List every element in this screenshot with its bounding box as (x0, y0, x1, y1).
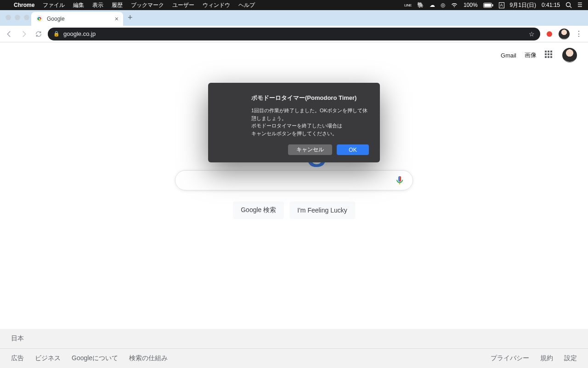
svg-point-3 (566, 3, 571, 7)
menu-edit[interactable]: 編集 (73, 1, 84, 9)
page-content: Gmail 画像 Google Google 検索 I'm Feeling Lu… (0, 42, 588, 368)
window-traffic-lights[interactable] (6, 15, 29, 20)
window-close-icon[interactable] (6, 15, 11, 20)
footer-country: 日本 (0, 329, 588, 349)
google-account-avatar[interactable] (562, 48, 577, 63)
cloud-icon[interactable]: ☁ (430, 2, 435, 8)
google-header: Gmail 画像 (501, 48, 577, 63)
tab-title: Google (47, 16, 65, 22)
menu-bookmarks[interactable]: ブックマーク (131, 1, 164, 9)
url-text: google.co.jp (63, 30, 525, 37)
chrome-toolbar: 🔒 google.co.jp ☆ ⋮ (0, 26, 588, 42)
dialog-ok-button[interactable]: OK (337, 144, 369, 155)
evernote-icon[interactable]: 🐘 (417, 2, 424, 8)
google-apps-icon[interactable] (545, 51, 554, 60)
menu-file[interactable]: ファイル (43, 1, 65, 9)
svg-rect-8 (399, 183, 400, 184)
back-button[interactable] (4, 29, 15, 40)
dialog-line3: キャンセルボタンを押してください。 (251, 130, 369, 138)
footer-link-about[interactable]: Googleについて (72, 354, 118, 362)
google-search-button[interactable]: Google 検索 (233, 201, 284, 219)
dialog-body: 1回目の作業が終了しました。OKボタンを押して休憩しましょう。 ポモドーロタイマ… (219, 107, 369, 137)
svg-line-4 (570, 6, 572, 8)
macos-menubar: Chrome ファイル 編集 表示 履歴 ブックマーク ユーザー ウィンドウ ヘ… (0, 0, 588, 10)
battery-icon (483, 3, 493, 8)
wifi-icon[interactable] (451, 2, 458, 8)
images-link[interactable]: 画像 (525, 51, 537, 59)
menu-user[interactable]: ユーザー (172, 1, 194, 9)
chrome-menu-button[interactable]: ⋮ (573, 29, 584, 38)
menubar-date[interactable]: 9月1日(日) (510, 1, 536, 9)
reload-button[interactable] (33, 29, 44, 40)
svg-rect-2 (492, 4, 493, 6)
dialog-cancel-button[interactable]: キャンセル (288, 144, 332, 155)
tab-favicon-icon (36, 15, 43, 23)
app-name[interactable]: Chrome (14, 2, 34, 8)
svg-point-7 (39, 18, 40, 20)
dialog-title: ポモドーロタイマー(Pomodoro Timer) (219, 94, 369, 102)
menu-view[interactable]: 表示 (92, 1, 103, 9)
svg-rect-1 (484, 4, 491, 7)
menubar-time[interactable]: 0:41:15 (542, 2, 560, 8)
window-minimize-icon[interactable] (15, 15, 20, 20)
line-status-icon[interactable]: LINE (404, 3, 412, 7)
window-zoom-icon[interactable] (24, 15, 29, 20)
control-center-icon[interactable]: ☰ (577, 2, 582, 8)
pomodoro-dialog: ポモドーロタイマー(Pomodoro Timer) 1回目の作業が終了しました。… (208, 83, 380, 162)
feeling-lucky-button[interactable]: I'm Feeling Lucky (289, 201, 355, 219)
chrome-tab-strip: Google × + (0, 10, 588, 26)
footer-link-how-search-works[interactable]: 検索の仕組み (129, 354, 168, 362)
forward-button[interactable] (18, 29, 29, 40)
new-tab-button[interactable]: + (128, 13, 133, 23)
footer-link-settings[interactable]: 設定 (564, 354, 577, 362)
profile-avatar-button[interactable] (559, 29, 570, 40)
battery-percentage: 100% (464, 2, 478, 8)
dialog-line1: 1回目の作業が終了しました。OKボタンを押して休憩しましょう。 (251, 107, 369, 122)
browser-tab[interactable]: Google × (31, 12, 123, 26)
menu-help[interactable]: ヘルプ (238, 1, 255, 9)
footer-link-terms[interactable]: 規約 (540, 354, 553, 362)
dialog-line2: ポモドーロタイマーを終了したい場合は (251, 122, 369, 130)
search-box[interactable] (175, 170, 413, 190)
menu-window[interactable]: ウィンドウ (203, 1, 230, 9)
lock-icon: 🔒 (53, 31, 60, 37)
footer-link-business[interactable]: ビジネス (35, 354, 61, 362)
google-footer: 日本 広告 ビジネス Googleについて 検索の仕組み プライバシー 規約 設… (0, 329, 588, 368)
extension-indicator-icon[interactable] (547, 31, 552, 37)
address-bar[interactable]: 🔒 google.co.jp ☆ (48, 28, 540, 40)
circled-icon[interactable]: ◎ (441, 2, 445, 8)
tab-close-icon[interactable]: × (115, 15, 119, 23)
input-source-indicator[interactable]: A (499, 2, 504, 8)
search-input[interactable] (183, 176, 394, 184)
bookmark-star-icon[interactable]: ☆ (529, 30, 535, 38)
google-buttons-row: Google 検索 I'm Feeling Lucky (233, 201, 355, 219)
spotlight-icon[interactable] (565, 2, 572, 8)
footer-link-privacy[interactable]: プライバシー (491, 354, 529, 362)
menu-history[interactable]: 履歴 (112, 1, 123, 9)
footer-link-ads[interactable]: 広告 (11, 354, 24, 362)
gmail-link[interactable]: Gmail (501, 52, 516, 59)
voice-search-icon[interactable] (394, 175, 405, 186)
